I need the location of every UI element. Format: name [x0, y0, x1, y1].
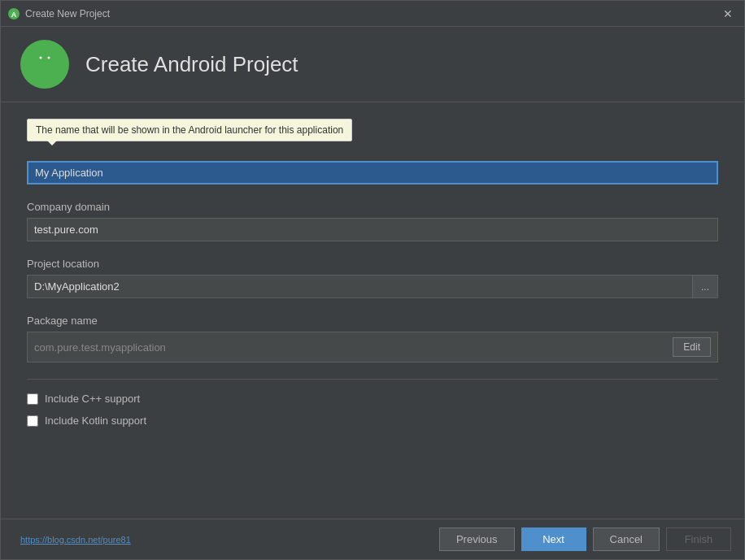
package-name-row: com.pure.test.myapplication Edit — [27, 332, 718, 362]
window-title: Create New Project — [25, 8, 110, 20]
svg-rect-9 — [54, 65, 58, 73]
kotlin-support-label: Include Kotlin support — [45, 415, 146, 427]
checkbox-group: Include C++ support Include Kotlin suppo… — [27, 393, 718, 427]
project-location-group: Project location ... — [27, 258, 718, 298]
app-icon: A — [7, 7, 20, 20]
form: Company domain Project location ... Pack… — [27, 161, 718, 427]
svg-rect-10 — [38, 74, 42, 80]
footer: https://blog.csdn.net/pure81 Previous Ne… — [1, 519, 744, 559]
cpp-support-checkbox[interactable] — [27, 393, 38, 405]
cpp-support-item[interactable]: Include C++ support — [27, 393, 718, 405]
page-title: Create Android Project — [85, 52, 298, 77]
company-domain-label: Company domain — [27, 201, 718, 213]
previous-button[interactable]: Previous — [439, 527, 515, 551]
cpp-support-label: Include C++ support — [45, 393, 140, 405]
android-icon — [28, 48, 61, 80]
app-name-group — [27, 161, 718, 184]
package-name-label: Package name — [27, 315, 718, 327]
app-name-tooltip: The name that will be shown in the Andro… — [27, 119, 352, 141]
next-button[interactable]: Next — [521, 527, 586, 551]
title-bar: A Create New Project ✕ — [1, 1, 744, 27]
browse-button[interactable]: ... — [693, 275, 718, 298]
company-domain-input[interactable] — [27, 218, 718, 241]
app-name-input[interactable] — [27, 161, 718, 184]
project-location-label: Project location — [27, 258, 718, 270]
svg-rect-8 — [32, 65, 35, 73]
svg-rect-11 — [47, 74, 51, 80]
main-window: A Create New Project ✕ — [0, 0, 745, 560]
svg-point-4 — [48, 57, 50, 59]
package-name-value: com.pure.test.myapplication — [34, 341, 166, 354]
close-button[interactable]: ✕ — [718, 7, 738, 21]
android-logo — [20, 40, 69, 89]
svg-point-3 — [40, 57, 42, 59]
edit-package-button[interactable]: Edit — [673, 337, 711, 357]
header: Create Android Project — [1, 27, 744, 102]
svg-point-2 — [35, 52, 54, 67]
svg-text:A: A — [11, 11, 17, 19]
content-area: The name that will be shown in the Andro… — [1, 102, 744, 519]
cancel-button[interactable]: Cancel — [593, 527, 660, 551]
title-bar-left: A Create New Project — [7, 7, 110, 20]
project-location-input[interactable] — [27, 275, 693, 298]
footer-url-area: https://blog.csdn.net/pure81 — [14, 535, 433, 545]
finish-button[interactable]: Finish — [666, 527, 731, 551]
svg-rect-7 — [36, 65, 54, 75]
kotlin-support-item[interactable]: Include Kotlin support — [27, 415, 718, 427]
svg-line-6 — [50, 50, 53, 53]
package-name-group: Package name com.pure.test.myapplication… — [27, 315, 718, 362]
footer-url[interactable]: https://blog.csdn.net/pure81 — [20, 535, 131, 545]
project-location-row: ... — [27, 275, 718, 298]
divider — [27, 379, 718, 380]
kotlin-support-checkbox[interactable] — [27, 415, 38, 427]
company-domain-group: Company domain — [27, 201, 718, 241]
svg-line-5 — [37, 50, 39, 53]
